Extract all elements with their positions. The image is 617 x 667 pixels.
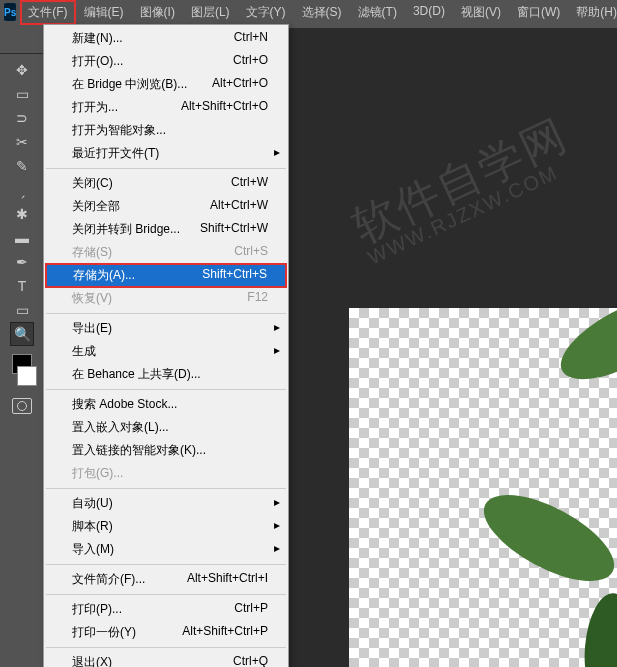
menu-文件[interactable]: 文件(F) xyxy=(20,0,75,25)
menu-3d[interactable]: 3D(D) xyxy=(405,0,453,25)
menu-separator xyxy=(46,168,286,169)
menu-item-shortcut: Ctrl+Q xyxy=(233,654,268,667)
menu-separator xyxy=(46,564,286,565)
background-color-swatch[interactable] xyxy=(17,366,37,386)
svg-point-2 xyxy=(549,298,617,396)
file-menu-item[interactable]: 导入(M)▸ xyxy=(44,538,288,561)
menu-item-label: 文件简介(F)... xyxy=(72,571,145,588)
brush-tool[interactable]: ˏ xyxy=(10,178,34,202)
crop-tool[interactable]: ✂ xyxy=(10,130,34,154)
submenu-arrow-icon: ▸ xyxy=(274,518,280,532)
watermark-text: 软件自学网 WWW.RJZXW.COM xyxy=(346,112,581,267)
menu-item-label: 存储为(A)... xyxy=(73,267,135,284)
menu-separator xyxy=(46,389,286,390)
marquee-tool[interactable]: ▭ xyxy=(10,82,34,106)
menu-图层[interactable]: 图层(L) xyxy=(183,0,238,25)
file-menu-item[interactable]: 关闭(C)Ctrl+W xyxy=(44,172,288,195)
menu-帮助[interactable]: 帮助(H) xyxy=(568,0,617,25)
menu-item-shortcut: Alt+Shift+Ctrl+I xyxy=(187,571,268,588)
menu-item-label: 打开为智能对象... xyxy=(72,122,166,139)
eyedropper-tool[interactable]: ✎ xyxy=(10,154,34,178)
file-menu-item[interactable]: 置入嵌入对象(L)... xyxy=(44,416,288,439)
svg-point-4 xyxy=(471,478,617,599)
file-menu-item[interactable]: 导出(E)▸ xyxy=(44,317,288,340)
menu-item-shortcut: Ctrl+S xyxy=(234,244,268,261)
submenu-arrow-icon: ▸ xyxy=(274,343,280,357)
menu-item-shortcut: Alt+Ctrl+O xyxy=(212,76,268,93)
menu-item-shortcut: Ctrl+O xyxy=(233,53,268,70)
menu-separator xyxy=(46,313,286,314)
menu-separator xyxy=(46,488,286,489)
menu-item-label: 打印(P)... xyxy=(72,601,122,618)
file-menu-item[interactable]: 搜索 Adobe Stock... xyxy=(44,393,288,416)
shape-tool[interactable]: ▭ xyxy=(10,298,34,322)
clone-tool[interactable]: ✱ xyxy=(10,202,34,226)
file-menu-item[interactable]: 在 Behance 上共享(D)... xyxy=(44,363,288,386)
menu-item-label: 最近打开文件(T) xyxy=(72,145,159,162)
menu-item-shortcut: F12 xyxy=(247,290,268,307)
file-menu-item[interactable]: 打开为...Alt+Shift+Ctrl+O xyxy=(44,96,288,119)
menu-item-label: 在 Bridge 中浏览(B)... xyxy=(72,76,187,93)
file-menu-item[interactable]: 脚本(R)▸ xyxy=(44,515,288,538)
pen-tool[interactable]: ✒ xyxy=(10,250,34,274)
canvas-area: 软件自学网 WWW.RJZXW.COM xyxy=(289,28,617,667)
file-menu-item[interactable]: 新建(N)...Ctrl+N xyxy=(44,27,288,50)
file-menu-dropdown: 新建(N)...Ctrl+N打开(O)...Ctrl+O在 Bridge 中浏览… xyxy=(43,24,289,667)
file-menu-item[interactable]: 打开为智能对象... xyxy=(44,119,288,142)
main-menubar: Ps 文件(F)编辑(E)图像(I)图层(L)文字(Y)选择(S)滤镜(T)3D… xyxy=(0,0,617,24)
menu-separator xyxy=(46,647,286,648)
file-menu-item[interactable]: 打开(O)...Ctrl+O xyxy=(44,50,288,73)
menu-item-label: 在 Behance 上共享(D)... xyxy=(72,366,201,383)
file-menu-item[interactable]: 打印一份(Y)Alt+Shift+Ctrl+P xyxy=(44,621,288,644)
menu-文字[interactable]: 文字(Y) xyxy=(238,0,294,25)
menu-item-label: 置入链接的智能对象(K)... xyxy=(72,442,206,459)
lasso-tool[interactable]: ⊃ xyxy=(10,106,34,130)
file-menu-item[interactable]: 存储为(A)...Shift+Ctrl+S xyxy=(45,263,287,288)
menu-item-label: 打印一份(Y) xyxy=(72,624,136,641)
menu-item-shortcut: Ctrl+W xyxy=(231,175,268,192)
file-menu-item[interactable]: 自动(U)▸ xyxy=(44,492,288,515)
menu-item-label: 脚本(R) xyxy=(72,518,113,535)
file-menu-item[interactable]: 在 Bridge 中浏览(B)...Alt+Ctrl+O xyxy=(44,73,288,96)
menu-item-label: 恢复(V) xyxy=(72,290,112,307)
ps-logo-icon: Ps xyxy=(4,3,16,21)
submenu-arrow-icon: ▸ xyxy=(274,541,280,555)
menu-item-shortcut: Shift+Ctrl+W xyxy=(200,221,268,238)
type-tool[interactable]: T xyxy=(10,274,34,298)
menu-item-shortcut: Ctrl+N xyxy=(234,30,268,47)
zoom-tool[interactable]: 🔍 xyxy=(10,322,34,346)
file-menu-item[interactable]: 关闭全部Alt+Ctrl+W xyxy=(44,195,288,218)
file-menu-item[interactable]: 置入链接的智能对象(K)... xyxy=(44,439,288,462)
menu-separator xyxy=(46,594,286,595)
file-menu-item[interactable]: 生成▸ xyxy=(44,340,288,363)
file-menu-item[interactable]: 打印(P)...Ctrl+P xyxy=(44,598,288,621)
menu-item-shortcut: Alt+Shift+Ctrl+O xyxy=(181,99,268,116)
menu-item-label: 存储(S) xyxy=(72,244,112,261)
menu-item-shortcut: Ctrl+P xyxy=(234,601,268,618)
file-menu-item[interactable]: 关闭并转到 Bridge...Shift+Ctrl+W xyxy=(44,218,288,241)
menu-item-label: 打开(O)... xyxy=(72,53,123,70)
menu-item-label: 打开为... xyxy=(72,99,118,116)
menu-编辑[interactable]: 编辑(E) xyxy=(76,0,132,25)
menu-图像[interactable]: 图像(I) xyxy=(132,0,183,25)
menu-item-label: 新建(N)... xyxy=(72,30,123,47)
submenu-arrow-icon: ▸ xyxy=(274,320,280,334)
menu-选择[interactable]: 选择(S) xyxy=(294,0,350,25)
menu-视图[interactable]: 视图(V) xyxy=(453,0,509,25)
file-menu-item[interactable]: 退出(X)Ctrl+Q xyxy=(44,651,288,667)
menu-item-label: 导入(M) xyxy=(72,541,114,558)
leaf-image xyxy=(449,298,617,667)
move-tool[interactable]: ✥ xyxy=(10,58,34,82)
menu-item-label: 导出(E) xyxy=(72,320,112,337)
file-menu-item[interactable]: 最近打开文件(T)▸ xyxy=(44,142,288,165)
submenu-arrow-icon: ▸ xyxy=(274,145,280,159)
menu-滤镜[interactable]: 滤镜(T) xyxy=(350,0,405,25)
file-menu-item: 打包(G)... xyxy=(44,462,288,485)
gradient-tool[interactable]: ▬ xyxy=(10,226,34,250)
menu-item-label: 置入嵌入对象(L)... xyxy=(72,419,169,436)
menu-窗口[interactable]: 窗口(W) xyxy=(509,0,568,25)
menu-item-label: 退出(X) xyxy=(72,654,112,667)
file-menu-item[interactable]: 文件简介(F)...Alt+Shift+Ctrl+I xyxy=(44,568,288,591)
quickmask-icon[interactable] xyxy=(12,398,32,414)
menu-item-label: 关闭(C) xyxy=(72,175,113,192)
